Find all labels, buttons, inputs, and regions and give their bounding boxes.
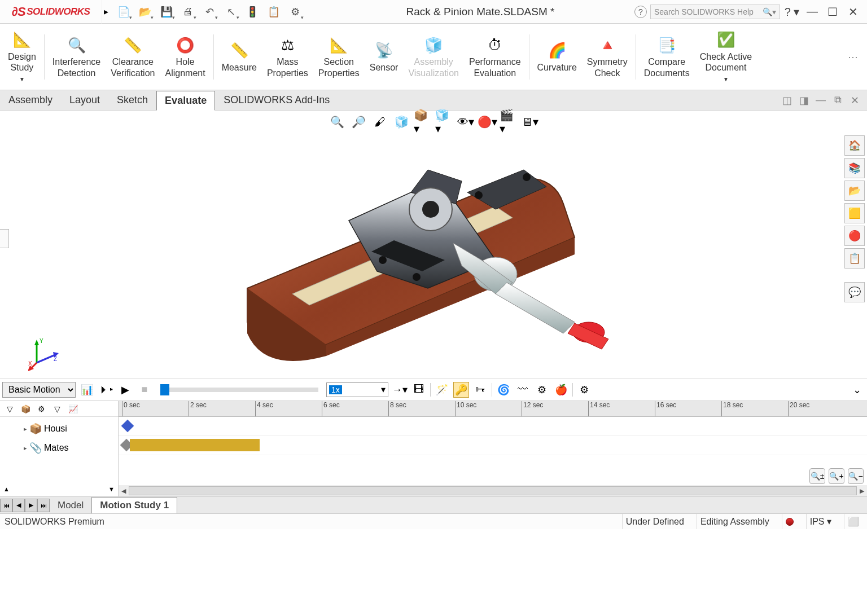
tab-solidworks-add-ins[interactable]: SOLIDWORKS Add-Ins [215, 90, 338, 110]
timeline-slider[interactable] [160, 388, 318, 392]
timeline-tracks[interactable] [119, 417, 867, 485]
search-input[interactable]: Search SOLIDWORKS Help🔍▾ [650, 5, 780, 19]
ribbon-interference-button[interactable]: 🔍InterferenceDetection [48, 33, 105, 80]
file-explorer-pane-icon[interactable]: 📂 [844, 181, 865, 201]
tree-expand-arrow[interactable]: ▸ [24, 425, 27, 433]
add-key-button[interactable]: 🗝 [472, 382, 488, 398]
status-options-button[interactable]: ⬜ [844, 514, 862, 529]
slider-handle[interactable] [160, 384, 169, 395]
resources-pane-icon[interactable]: 📚 [844, 158, 865, 178]
select-button[interactable]: ↖▾ [221, 2, 240, 21]
filter-none-icon[interactable]: ▽ [2, 402, 17, 416]
zoom-in-icon[interactable]: 🔍+ [829, 468, 844, 484]
rebuild-indicator[interactable] [782, 514, 797, 529]
filter-driving-icon[interactable]: ⚙ [34, 402, 49, 416]
panel-layout-2-icon[interactable]: ◨ [796, 93, 812, 108]
tree-item-mates[interactable]: ▸📎Mates [1, 438, 117, 457]
ribbon-design-button[interactable]: 📐DesignStudy▼ [3, 28, 41, 86]
filter-results-icon[interactable]: 📈 [65, 402, 80, 416]
maximize-button[interactable]: ☐ [824, 3, 841, 20]
play-from-start-button[interactable]: ⏵▸ [98, 382, 114, 398]
ribbon-hole-button[interactable]: ⭕HoleAlignment [160, 33, 209, 80]
filter-selected-icon[interactable]: ▽ [50, 402, 64, 416]
motion-type-select[interactable]: Basic Motion [2, 382, 76, 398]
autokey-button[interactable]: 🔑 [453, 382, 469, 398]
undo-button[interactable]: ↶▾ [200, 2, 219, 21]
graphics-viewport[interactable]: Y Z X 🏠 📚 📂 🟨 🔴 📋 💬 [0, 133, 867, 378]
save-button[interactable]: 💾▾ [157, 2, 176, 21]
zoom-out-icon[interactable]: 🔍− [848, 468, 864, 484]
ribbon-curvature-button[interactable]: 🌈Curvature [533, 38, 581, 75]
save-animation-button[interactable]: 🎞 [411, 382, 427, 398]
track-row-mates[interactable] [119, 436, 867, 455]
hscroll-left-arrow[interactable]: ◀ [119, 487, 129, 495]
home-pane-icon[interactable]: 🏠 [844, 135, 865, 156]
gravity-button[interactable]: 🍎 [553, 382, 569, 398]
tab-nav-next[interactable]: ▶ [25, 499, 37, 512]
bottom-tab-motion-study-1[interactable]: Motion Study 1 [91, 497, 177, 513]
motor-button[interactable]: 🌀 [496, 382, 511, 398]
tab-nav-last[interactable]: ⏭ [37, 499, 50, 512]
help-info-icon[interactable]: ? [634, 6, 647, 18]
tree-scroll-up-icon[interactable]: ▲ [3, 486, 10, 492]
options-button[interactable]: 📋 [264, 2, 283, 21]
calculate-button[interactable]: 📊 [79, 382, 95, 398]
animation-wizard-button[interactable]: 🪄 [434, 382, 450, 398]
tab-assembly[interactable]: Assembly [0, 90, 61, 110]
ribbon-clearance-button[interactable]: 📏ClearanceVerification [106, 33, 159, 80]
keyframe-bar[interactable] [130, 439, 260, 451]
tab-sketch[interactable]: Sketch [108, 90, 156, 110]
tab-nav-prev[interactable]: ◀ [12, 499, 25, 512]
contact-button[interactable]: ⚙ [534, 382, 550, 398]
zoom-fit-icon[interactable]: 🔍± [809, 468, 825, 484]
tab-nav-first[interactable]: ⏮ [0, 499, 12, 512]
ribbon-section-button[interactable]: 📐SectionProperties [314, 33, 364, 80]
motion-study-props-button[interactable]: ⚙ [576, 382, 592, 398]
appearances-pane-icon[interactable]: 🔴 [844, 226, 865, 246]
new-file-button[interactable]: 📄▾ [114, 2, 133, 21]
track-row-housing[interactable] [119, 417, 867, 436]
ribbon-sensor-button[interactable]: 📡Sensor [365, 38, 403, 75]
logo-menu-arrow[interactable]: ▸ [102, 0, 110, 24]
ribbon-check-active-button[interactable]: ✅Check ActiveDocument▼ [695, 28, 756, 86]
playback-loop-button[interactable]: →▾ [392, 382, 408, 398]
doc-close-button[interactable]: ✕ [847, 93, 862, 108]
spring-button[interactable]: 〰 [515, 382, 531, 398]
rebuild-button[interactable]: 🚦 [243, 2, 262, 21]
ribbon-measure-button[interactable]: 📏Measure [217, 38, 261, 75]
doc-maximize-button[interactable]: ⧉ [830, 93, 846, 108]
bottom-tab-model[interactable]: Model [50, 497, 91, 513]
ribbon-overflow-button[interactable]: ⋯ [848, 51, 864, 63]
ribbon-symmetry-button[interactable]: 🔺SymmetryCheck [583, 33, 632, 80]
tab-evaluate[interactable]: Evaluate [156, 91, 215, 111]
timeline-hscroll[interactable]: ◀ ▶ [119, 485, 867, 496]
ribbon-performance-button[interactable]: ⏱PerformanceEvaluation [465, 33, 526, 80]
collapse-motion-manager-button[interactable]: ⌄ [849, 384, 865, 396]
filter-animated-icon[interactable]: 📦 [18, 402, 33, 416]
stop-button[interactable]: ■ [137, 382, 152, 398]
play-button[interactable]: ▶ [117, 382, 133, 398]
print-button[interactable]: 🖨▾ [178, 2, 198, 21]
forum-pane-icon[interactable]: 💬 [844, 282, 865, 302]
feature-tree-flyout-tab[interactable] [0, 229, 9, 248]
doc-minimize-button[interactable]: — [813, 93, 829, 108]
panel-layout-1-icon[interactable]: ◫ [779, 93, 795, 108]
tree-expand-arrow[interactable]: ▸ [24, 445, 27, 452]
ribbon-mass-button[interactable]: ⚖MassProperties [262, 33, 313, 80]
view-palette-pane-icon[interactable]: 🟨 [844, 203, 865, 223]
tree-scroll-down-icon[interactable]: ▼ [108, 486, 115, 492]
custom-props-pane-icon[interactable]: 📋 [844, 248, 865, 269]
minimize-button[interactable]: — [804, 3, 821, 20]
settings-button[interactable]: ⚙▾ [286, 2, 305, 21]
close-button[interactable]: ✕ [844, 3, 861, 20]
help-button[interactable]: ? ▾ [783, 3, 800, 20]
playback-speed-select[interactable]: 1x▾ [326, 382, 388, 397]
units-status[interactable]: IPS ▾ [806, 514, 835, 529]
timeline-ruler[interactable]: 0 sec2 sec4 sec6 sec8 sec10 sec12 sec14 … [119, 401, 867, 417]
search-icon[interactable]: 🔍▾ [763, 7, 776, 16]
keyframe-diamond[interactable] [121, 420, 134, 433]
tree-item-housi[interactable]: ▸📦Housi [1, 419, 117, 438]
open-file-button[interactable]: 📂▾ [135, 2, 155, 21]
hscroll-right-arrow[interactable]: ▶ [857, 487, 867, 495]
ribbon-compare-button[interactable]: 📑CompareDocuments [640, 33, 694, 80]
